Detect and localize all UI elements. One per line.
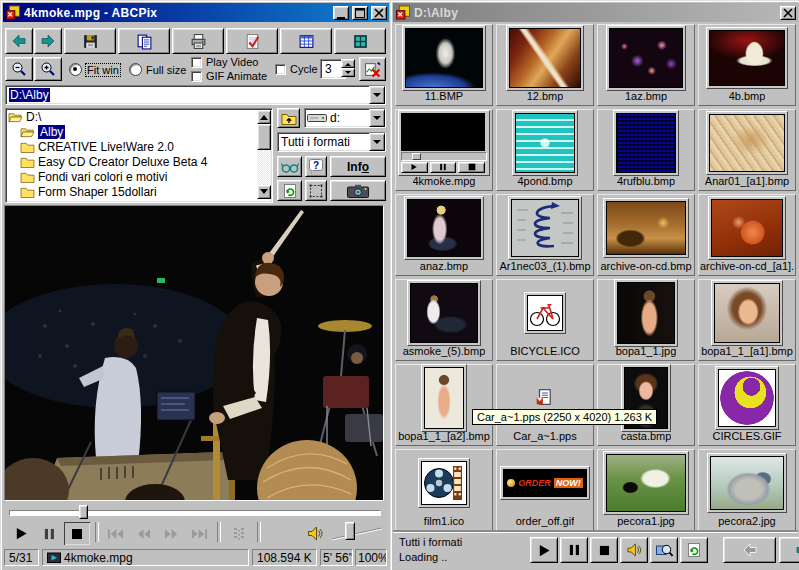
footer-stop-button[interactable] xyxy=(590,537,618,563)
thumbnail-cell[interactable]: CIRCLES.GIF xyxy=(698,364,796,446)
play-video-checkbox[interactable]: Play Video xyxy=(191,56,258,68)
forward-button[interactable] xyxy=(34,28,62,54)
tile-view-button[interactable] xyxy=(334,28,386,54)
rewind-button[interactable] xyxy=(129,521,157,546)
thumbnail-cell[interactable]: ORDERNOW!order_off.gif xyxy=(496,449,594,531)
last-frame-button[interactable] xyxy=(185,521,213,546)
help-button[interactable]: ? xyxy=(305,156,327,177)
drive-dropdown-button[interactable] xyxy=(369,109,385,127)
footer-mute-button[interactable] xyxy=(620,537,648,563)
thumb-video-slider-thumb[interactable] xyxy=(412,153,421,160)
pause-button[interactable] xyxy=(35,521,63,546)
scroll-down-button[interactable] xyxy=(257,185,271,199)
footer-refresh-button[interactable] xyxy=(680,537,708,563)
thumbnail-cell[interactable]: bopa1_1_[a2].bmp xyxy=(395,364,493,446)
first-frame-button[interactable] xyxy=(101,521,129,546)
thumb-pause-button[interactable] xyxy=(430,162,457,173)
thumbnail-cell[interactable]: film1.ico xyxy=(395,449,493,531)
scrollbar-thumb[interactable] xyxy=(257,124,271,150)
zoom-in-button[interactable] xyxy=(34,57,62,81)
thumbnail-cell[interactable]: 12.bmp xyxy=(496,24,594,106)
gif-animate-checkbox[interactable]: GIF Animate xyxy=(191,70,267,82)
close-button[interactable] xyxy=(371,6,387,20)
thumb-title-bar[interactable]: D:\Alby xyxy=(393,3,798,22)
format-filter-combobox[interactable]: Tutti i formati xyxy=(277,132,386,152)
cycle-spin-down-button[interactable] xyxy=(341,68,355,77)
folder-list-scrollbar[interactable] xyxy=(257,110,271,199)
thumbnail-cell[interactable]: 4kmoke.mpg xyxy=(395,109,493,191)
thumbnail-cell[interactable]: casta.bmp xyxy=(597,364,695,446)
thumbnail-cell[interactable]: pecora1.jpg xyxy=(597,449,695,531)
play-button[interactable] xyxy=(7,521,35,546)
slideshow-button[interactable] xyxy=(277,156,302,177)
path-combobox[interactable]: D:\Alby xyxy=(5,85,386,105)
folder-list-item[interactable]: D:\ xyxy=(6,109,272,124)
title-bar[interactable]: 4kmoke.mpg - ABCPix xyxy=(3,3,389,22)
thumb-close-button[interactable] xyxy=(780,6,796,20)
path-dropdown-button[interactable] xyxy=(369,86,385,104)
full-size-radio-dot[interactable] xyxy=(129,63,142,76)
play-video-checkbox-box[interactable] xyxy=(191,57,202,68)
thumbnail-cell[interactable]: 4pond.bmp xyxy=(496,109,594,191)
thumbnail-cell[interactable]: Ar1nec03_(1).bmp xyxy=(496,194,594,276)
thumb-video-slider[interactable] xyxy=(401,152,487,161)
maximize-button[interactable] xyxy=(352,6,368,20)
video-position-trackbar[interactable] xyxy=(9,505,381,519)
gif-animate-checkbox-box[interactable] xyxy=(191,71,202,82)
folder-list-item[interactable]: Easy CD Creator Deluxe Beta 4 xyxy=(6,154,272,169)
table-view-button[interactable] xyxy=(280,28,332,54)
trackbar-thumb[interactable] xyxy=(79,505,88,519)
next-image-button[interactable] xyxy=(779,537,799,563)
footer-preview-button[interactable] xyxy=(650,537,678,563)
copy-button[interactable] xyxy=(118,28,170,54)
folder-list-item[interactable]: Alby xyxy=(6,124,272,139)
proof-sheet-button[interactable] xyxy=(226,28,278,54)
thumb-stop-button[interactable] xyxy=(458,162,485,173)
cycle-checkbox[interactable]: Cycle xyxy=(275,63,318,75)
folder-listbox[interactable]: D:\AlbyCREATIVE Live!Ware 2.0Easy CD Cre… xyxy=(5,108,273,203)
thumbnail-cell[interactable]: Car_a~1.pps xyxy=(496,364,594,446)
thumbnail-cell[interactable]: 4rufblu.bmp xyxy=(597,109,695,191)
fit-win-radio-dot[interactable] xyxy=(69,63,82,76)
mute-button[interactable] xyxy=(301,521,329,546)
delete-image-button[interactable] xyxy=(359,57,386,81)
thumbnail-cell[interactable]: bopa1_1_[a1].bmp xyxy=(698,279,796,361)
zoom-out-button[interactable] xyxy=(5,57,33,81)
thumbnail-cell[interactable]: BICYCLE.ICO xyxy=(496,279,594,361)
capture-button[interactable] xyxy=(330,180,386,201)
thumbnail-cell[interactable]: asmoke_(5).bmp xyxy=(395,279,493,361)
fast-forward-button[interactable] xyxy=(157,521,185,546)
format-dropdown-button[interactable] xyxy=(369,133,385,151)
info-button[interactable]: Info xyxy=(330,156,386,177)
cycle-spin-up-button[interactable] xyxy=(341,59,355,68)
refresh-button[interactable] xyxy=(277,180,302,201)
crop-select-button[interactable] xyxy=(305,180,327,201)
full-size-radio[interactable]: Full size xyxy=(129,63,186,76)
folder-list-item[interactable]: Fondi vari colori e motivi xyxy=(6,169,272,184)
thumbnail-cell[interactable]: bopa1_1.jpg xyxy=(597,279,695,361)
thumbnail-cell[interactable]: archive-on-cd.bmp xyxy=(597,194,695,276)
playlist-button[interactable] xyxy=(225,521,253,546)
back-button[interactable] xyxy=(5,28,33,54)
thumbnail-cell[interactable]: 1az.bmp xyxy=(597,24,695,106)
thumbnail-cell[interactable]: pecora2.jpg xyxy=(698,449,796,531)
minimize-button[interactable] xyxy=(333,6,349,20)
folder-list-item[interactable]: CREATIVE Live!Ware 2.0 xyxy=(6,139,272,154)
stop-button[interactable] xyxy=(63,521,91,546)
folder-list-item[interactable]: Form Shaper 15dollari xyxy=(6,184,272,199)
cycle-checkbox-box[interactable] xyxy=(275,64,286,75)
thumb-play-button[interactable] xyxy=(401,162,428,173)
print-button[interactable] xyxy=(172,28,224,54)
save-button[interactable] xyxy=(64,28,116,54)
previous-image-button[interactable] xyxy=(723,537,776,563)
footer-pause-button[interactable] xyxy=(560,537,588,563)
thumbnail-cell[interactable]: Anar01_[a1].bmp xyxy=(698,109,796,191)
fit-win-radio[interactable]: Fit win xyxy=(69,63,120,76)
footer-play-button[interactable] xyxy=(530,537,558,563)
up-directory-button[interactable] xyxy=(277,108,300,128)
thumbnail-cell[interactable]: anaz.bmp xyxy=(395,194,493,276)
volume-slider-thumb[interactable] xyxy=(345,522,355,540)
thumbnail-cell[interactable]: archive-on-cd_[a1].bmp xyxy=(698,194,796,276)
image-preview[interactable] xyxy=(4,205,384,501)
scroll-up-button[interactable] xyxy=(257,110,271,124)
